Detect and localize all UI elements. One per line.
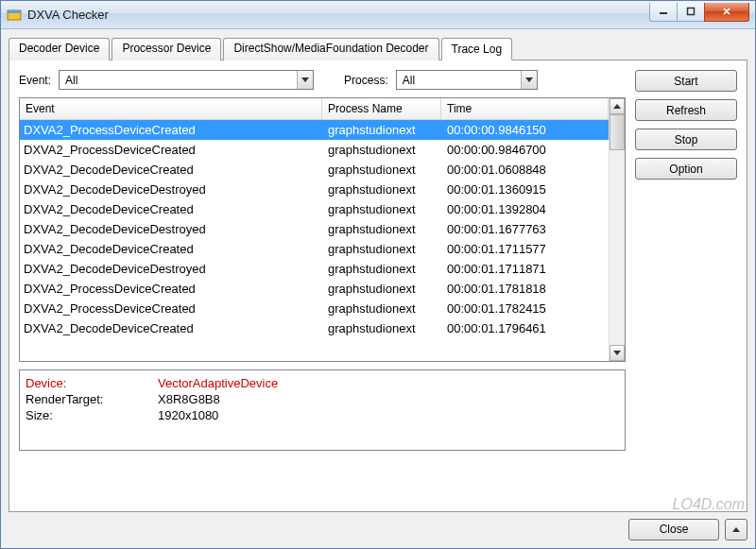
client-area: Decoder Device Processor Device DirectSh… <box>1 29 755 548</box>
cell-time: 00:00:01.1677763 <box>441 222 609 236</box>
scroll-down-button[interactable] <box>610 345 625 361</box>
window-buttons <box>650 3 755 22</box>
option-button[interactable]: Option <box>635 158 737 180</box>
app-window: DXVA Checker Decoder Device Processor De… <box>0 0 756 549</box>
trace-listview[interactable]: Event Process Name Time DXVA2_ProcessDev… <box>19 97 626 362</box>
detail-size-value: 1920x1080 <box>158 408 218 422</box>
event-filter-value: All <box>60 74 297 87</box>
table-row[interactable]: DXVA2_ProcessDeviceCreatedgraphstudionex… <box>20 299 609 318</box>
cell-process: graphstudionext <box>322 123 441 137</box>
cell-time: 00:00:01.0608848 <box>441 163 609 177</box>
cell-time: 00:00:01.1782415 <box>441 301 609 316</box>
titlebar[interactable]: DXVA Checker <box>1 1 755 29</box>
cell-event: DXVA2_DecodeDeviceDestroyed <box>20 262 322 276</box>
cell-time: 00:00:01.1781818 <box>441 282 609 296</box>
process-filter-combo[interactable]: All <box>396 70 538 90</box>
table-row[interactable]: DXVA2_DecodeDeviceDestroyedgraphstudione… <box>20 180 609 199</box>
cell-time: 00:00:01.1360915 <box>441 182 609 197</box>
cell-process: graphstudionext <box>322 321 441 335</box>
cell-event: DXVA2_ProcessDeviceCreated <box>20 301 322 316</box>
detail-render-value: X8R8G8B8 <box>158 392 220 406</box>
maximize-button[interactable] <box>677 3 705 22</box>
tab-strip: Decoder Device Processor Device DirectSh… <box>9 37 747 60</box>
window-title: DXVA Checker <box>27 8 109 22</box>
cell-time: 00:00:01.1711577 <box>441 242 609 256</box>
stop-button[interactable]: Stop <box>635 129 737 150</box>
cell-event: DXVA2_DecodeDeviceCreated <box>20 202 322 216</box>
chevron-down-icon[interactable] <box>521 71 537 89</box>
process-filter-label: Process: <box>344 74 388 87</box>
svg-rect-1 <box>8 10 21 13</box>
table-row[interactable]: DXVA2_DecodeDeviceDestroyedgraphstudione… <box>20 219 609 239</box>
cell-event: DXVA2_ProcessDeviceCreated <box>20 123 322 137</box>
cell-process: graphstudionext <box>322 143 441 157</box>
expand-button[interactable] <box>725 519 747 540</box>
table-row[interactable]: DXVA2_DecodeDeviceCreatedgraphstudionext… <box>20 239 609 259</box>
detail-device-value: VectorAdaptiveDevice <box>158 376 278 390</box>
col-header-event[interactable]: Event <box>20 98 322 119</box>
event-filter-label: Event: <box>19 74 51 87</box>
cell-process: graphstudionext <box>322 163 441 177</box>
cell-event: DXVA2_ProcessDeviceCreated <box>20 143 322 157</box>
cell-process: graphstudionext <box>322 222 441 236</box>
event-filter-combo[interactable]: All <box>59 70 314 90</box>
start-button[interactable]: Start <box>635 70 737 92</box>
cell-time: 00:00:01.1711871 <box>441 262 609 276</box>
col-header-time[interactable]: Time <box>441 98 609 119</box>
cell-event: DXVA2_DecodeDeviceCreated <box>20 321 322 335</box>
cell-event: DXVA2_DecodeDeviceDestroyed <box>20 222 322 236</box>
cell-time: 00:00:00.9846150 <box>441 123 609 137</box>
svg-rect-2 <box>660 12 667 14</box>
cell-event: DXVA2_ProcessDeviceCreated <box>20 282 322 296</box>
cell-event: DXVA2_DecodeDeviceCreated <box>20 242 322 256</box>
close-window-button[interactable] <box>704 3 749 22</box>
col-header-process[interactable]: Process Name <box>322 98 441 119</box>
detail-device-label: Device: <box>26 376 158 390</box>
cell-process: graphstudionext <box>322 182 441 197</box>
cell-process: graphstudionext <box>322 301 441 316</box>
table-row[interactable]: DXVA2_ProcessDeviceCreatedgraphstudionex… <box>20 120 609 140</box>
list-header[interactable]: Event Process Name Time <box>20 98 609 120</box>
cell-event: DXVA2_DecodeDeviceDestroyed <box>20 182 322 197</box>
tab-decoder-device[interactable]: Decoder Device <box>9 38 110 60</box>
table-row[interactable]: DXVA2_DecodeDeviceDestroyedgraphstudione… <box>20 259 609 279</box>
tab-trace-log[interactable]: Trace Log <box>441 38 513 60</box>
svg-rect-3 <box>688 9 695 15</box>
minimize-button[interactable] <box>649 3 678 22</box>
cell-time: 00:00:00.9846700 <box>441 143 609 157</box>
scroll-up-button[interactable] <box>610 98 625 114</box>
table-row[interactable]: DXVA2_ProcessDeviceCreatedgraphstudionex… <box>20 140 609 160</box>
tab-directshow-decoder[interactable]: DirectShow/MediaFoundation Decoder <box>223 38 438 60</box>
table-row[interactable]: DXVA2_DecodeDeviceCreatedgraphstudionext… <box>20 199 609 219</box>
close-button[interactable]: Close <box>628 519 719 540</box>
app-icon <box>7 8 22 23</box>
scroll-thumb[interactable] <box>610 114 625 150</box>
refresh-button[interactable]: Refresh <box>635 99 737 121</box>
cell-process: graphstudionext <box>322 202 441 216</box>
filter-bar: Event: All Process: All <box>19 70 626 90</box>
cell-event: DXVA2_DecodeDeviceCreated <box>20 163 322 177</box>
process-filter-value: All <box>397 74 521 87</box>
footer-bar: Close <box>9 512 747 542</box>
detail-size-label: Size: <box>26 408 158 422</box>
cell-process: graphstudionext <box>322 282 441 296</box>
table-row[interactable]: DXVA2_DecodeDeviceCreatedgraphstudionext… <box>20 160 609 180</box>
cell-time: 00:00:01.1796461 <box>441 321 609 335</box>
cell-time: 00:00:01.1392804 <box>441 202 609 216</box>
cell-process: graphstudionext <box>322 262 441 276</box>
details-panel: Device: VectorAdaptiveDevice RenderTarge… <box>19 369 626 451</box>
table-row[interactable]: DXVA2_DecodeDeviceCreatedgraphstudionext… <box>20 318 609 338</box>
vertical-scrollbar[interactable] <box>609 98 625 361</box>
tab-processor-device[interactable]: Processor Device <box>112 38 221 60</box>
table-row[interactable]: DXVA2_ProcessDeviceCreatedgraphstudionex… <box>20 279 609 299</box>
detail-render-label: RenderTarget: <box>26 392 158 406</box>
chevron-down-icon[interactable] <box>297 71 313 89</box>
cell-process: graphstudionext <box>322 242 441 256</box>
tab-page-trace-log: Event: All Process: All Even <box>9 60 747 512</box>
